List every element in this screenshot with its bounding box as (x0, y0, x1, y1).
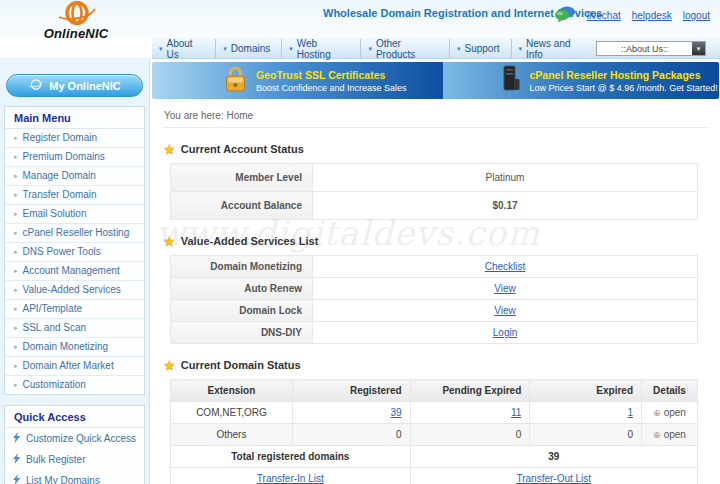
checklist-link[interactable]: Checklist (485, 261, 526, 272)
chevron-down-icon: ▾ (519, 45, 523, 53)
sidebar-item-label: Domain Monetizing (23, 342, 109, 352)
sidebar-item-label: Transfer Domain (23, 190, 97, 200)
padlock-icon (224, 65, 247, 97)
sidebar-item-value-added-services[interactable]: ▸Value-Added Services (5, 281, 144, 300)
chat-bubbles-icon[interactable] (554, 6, 576, 25)
domain-status-heading: ★ Current Domain Status (164, 359, 720, 371)
account-status-heading: ★ Current Account Status (164, 143, 720, 155)
total-label: Total registered domains (171, 446, 411, 468)
sidebar-item-label: List My Domains (26, 476, 100, 484)
helpdesk-link[interactable]: helpdesk (632, 10, 672, 21)
server-tower-icon (501, 65, 521, 97)
my-onlinenic-button[interactable]: My OnlineNIC (6, 74, 143, 97)
sidebar-item-transfer-domain[interactable]: ▸Transfer Domain (5, 186, 144, 205)
livechat-link[interactable]: livechat (587, 10, 621, 21)
banner-title: GeoTrust SSL Certificates (256, 69, 407, 81)
registered-count: 0 (292, 424, 410, 446)
nav-item-other-products[interactable]: ▾Other Products (361, 39, 450, 58)
sidebar-item-domain-after-market[interactable]: ▸Domain After Market (5, 357, 144, 376)
transfer-in-list-link[interactable]: Transfer-In List (257, 473, 324, 484)
dns-diy-login-link[interactable]: Login (493, 327, 517, 338)
top-navbar: ▾About Us ▾Domains ▾Web Hosting ▾Other P… (152, 38, 720, 59)
extension-cell: Others (171, 424, 293, 446)
sidebar-item-bulk-register[interactable]: Bulk Register (5, 449, 144, 470)
sidebar-item-ssl-and-scan[interactable]: ▸SSL and Scan (5, 319, 144, 338)
chevron-right-icon: ▸ (14, 133, 18, 143)
registered-count-link[interactable]: 39 (390, 407, 401, 418)
sidebar-item-customization[interactable]: ▸Customization (5, 376, 144, 394)
cpanel-hosting-banner[interactable]: cPanel Reseller Hosting Packages Low Pri… (443, 62, 720, 99)
details-open-cell[interactable]: ⊕open (642, 424, 698, 446)
chevron-right-icon: ▸ (14, 361, 18, 371)
account-status-table: Member Level Platinum Account Balance $0… (170, 163, 698, 220)
geotrust-ssl-banner[interactable]: GeoTrust SSL Certificates Boost Confiden… (152, 62, 443, 99)
banner-subtitle: Low Prices Start @ $ 4.96 /month. Get St… (530, 83, 718, 93)
extension-cell: COM,NET,ORG (171, 402, 293, 424)
globe-mini-icon (28, 79, 43, 92)
col-expired: Expired (530, 380, 642, 402)
chevron-right-icon: ▸ (14, 247, 18, 257)
details-open-cell[interactable]: ⊕open (642, 402, 698, 424)
member-level-value: Platinum (313, 164, 698, 192)
my-onlinenic-label: My OnlineNIC (49, 80, 121, 92)
chevron-down-icon: ▾ (289, 45, 293, 53)
details-label: open (664, 429, 686, 440)
chevron-down-icon: ▾ (368, 45, 372, 53)
pending-expired-count: 0 (410, 424, 530, 446)
banner-title: cPanel Reseller Hosting Packages (530, 69, 718, 81)
col-pending-expired: Pending Expired (410, 380, 530, 402)
table-header-row: Extension Registered Pending Expired Exp… (171, 380, 698, 402)
sidebar-item-label: Email Solution (23, 209, 87, 219)
transfer-out-list-link[interactable]: Transfer-Out List (516, 473, 591, 484)
onlinenic-logo[interactable]: OnlineNIC (16, 1, 136, 41)
table-row-com-net-org: COM,NET,ORG 39 11 1 ⊕open (171, 402, 698, 424)
account-balance-value: $0.17 (313, 192, 698, 220)
expired-count-link[interactable]: 1 (627, 407, 633, 418)
domain-monetizing-label: Domain Monetizing (171, 256, 313, 278)
pending-expired-count-link[interactable]: 11 (511, 407, 521, 418)
chevron-right-icon: ▸ (14, 209, 18, 219)
chevron-down-icon: ▾ (457, 45, 461, 53)
logout-link[interactable]: logout (683, 10, 710, 21)
sidebar-item-domain-monetizing[interactable]: ▸Domain Monetizing (5, 338, 144, 357)
chevron-right-icon: ▸ (14, 342, 18, 352)
expand-icon: ⊕ (653, 430, 661, 440)
table-row-total: Total registered domains 39 (171, 446, 698, 468)
dns-diy-label: DNS-DIY (171, 322, 313, 344)
nav-label: About Us (167, 38, 205, 60)
sidebar-item-premium-domains[interactable]: ▸Premium Domains (5, 148, 144, 167)
sidebar-item-email-solution[interactable]: ▸Email Solution (5, 205, 144, 224)
star-icon: ★ (164, 360, 175, 370)
sidebar-item-list-my-domains[interactable]: List My Domains (5, 470, 144, 484)
auto-renew-view-link[interactable]: View (494, 283, 516, 294)
value-added-table: Domain Monetizing Checklist Auto Renew V… (170, 255, 698, 344)
nav-label: Support (465, 43, 500, 54)
expired-count: 0 (530, 424, 642, 446)
nav-item-web-hosting[interactable]: ▾Web Hosting (282, 39, 361, 58)
about-us-select[interactable]: ::About Us:: ▾ (596, 41, 706, 56)
nav-item-about-us[interactable]: ▾About Us (152, 39, 216, 58)
sidebar-item-label: SSL and Scan (23, 323, 87, 333)
sidebar-item-dns-power-tools[interactable]: ▸DNS Power Tools (5, 243, 144, 262)
nav-item-news-and-info[interactable]: ▾News and Info (512, 39, 597, 58)
select-value: ::About Us:: (597, 44, 692, 54)
domain-lock-view-link[interactable]: View (494, 305, 516, 316)
sidebar-item-cpanel-reseller-hosting[interactable]: ▸cPanel Reseller Hosting (5, 224, 144, 243)
main-menu: Main Menu ▸Register Domain ▸Premium Doma… (4, 106, 145, 395)
col-details: Details (642, 380, 698, 402)
sidebar-item-label: Value-Added Services (23, 285, 121, 295)
chevron-right-icon: ▸ (14, 190, 18, 200)
sidebar-item-register-domain[interactable]: ▸Register Domain (5, 129, 144, 148)
logo-text: OnlineNIC (16, 26, 136, 41)
sidebar-item-customize-quick-access[interactable]: Customize Quick Access (5, 428, 144, 449)
nav-item-support[interactable]: ▾Support (450, 39, 512, 58)
nav-label: Other Products (376, 38, 438, 60)
sidebar-item-manage-domain[interactable]: ▸Manage Domain (5, 167, 144, 186)
sidebar-item-api-template[interactable]: ▸API/Template (5, 300, 144, 319)
chevron-right-icon: ▸ (14, 323, 18, 333)
nav-item-domains[interactable]: ▾Domains (216, 39, 282, 58)
sidebar-item-account-management[interactable]: ▸Account Management (5, 262, 144, 281)
star-icon: ★ (164, 236, 175, 246)
breadcrumb: You are here: Home (162, 104, 710, 128)
table-row: Domain Monetizing Checklist (171, 256, 698, 278)
